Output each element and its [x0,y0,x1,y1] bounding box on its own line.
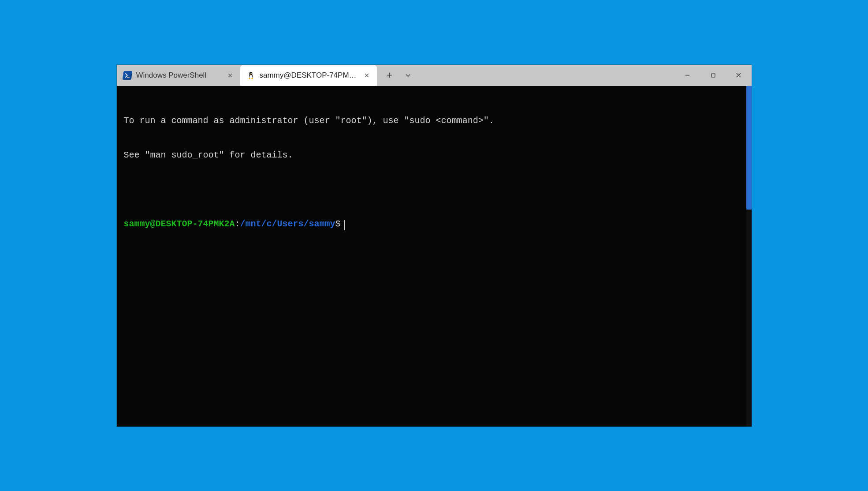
tab-close-button[interactable] [362,71,372,80]
maximize-button[interactable] [700,65,726,86]
tab-close-button[interactable] [225,71,235,80]
terminal-scrollbar[interactable] [746,86,752,427]
powershell-icon [123,71,132,80]
svg-point-4 [249,71,252,75]
terminal-viewport[interactable]: To run a command as administrator (user … [117,86,752,427]
plus-icon [386,72,393,79]
prompt-line: sammy@DESKTOP-74PMK2A:/mnt/c/Users/sammy… [124,218,745,230]
close-icon [364,73,369,78]
close-icon [227,73,233,78]
tab-actions [377,65,417,86]
tab-label: Windows PowerShell [136,71,221,80]
terminal-cursor [344,220,346,230]
maximize-icon [711,73,716,78]
svg-point-7 [250,73,250,73]
chevron-down-icon [405,72,411,79]
prompt-path: /mnt/c/Users/sammy [240,219,335,229]
tab-wsl[interactable]: sammy@DESKTOP-74PMK2A: / [240,65,377,86]
tab-powershell[interactable]: Windows PowerShell [117,65,240,86]
svg-point-8 [251,73,251,73]
prompt-separator: : [235,219,240,229]
scrollbar-thumb[interactable] [746,86,752,210]
tab-dropdown-button[interactable] [399,65,417,86]
new-tab-button[interactable] [380,65,399,86]
tab-strip: Windows PowerShell [117,65,377,86]
tux-icon [246,71,255,80]
close-window-button[interactable] [726,65,752,86]
minimize-button[interactable] [675,65,700,86]
minimize-icon [685,72,690,78]
titlebar-drag-region[interactable] [417,65,675,86]
motd-line-1: To run a command as administrator (user … [124,115,745,127]
prompt-user-host: sammy@DESKTOP-74PMK2A [124,219,235,229]
prompt-symbol: $ [335,219,341,229]
motd-line-2: See "man sudo_root" for details. [124,150,745,161]
close-icon [736,72,741,78]
terminal-window: Windows PowerShell [117,65,752,427]
tab-label: sammy@DESKTOP-74PMK2A: / [260,71,358,80]
titlebar[interactable]: Windows PowerShell [117,65,752,86]
window-controls [675,65,752,86]
svg-rect-15 [712,74,715,77]
